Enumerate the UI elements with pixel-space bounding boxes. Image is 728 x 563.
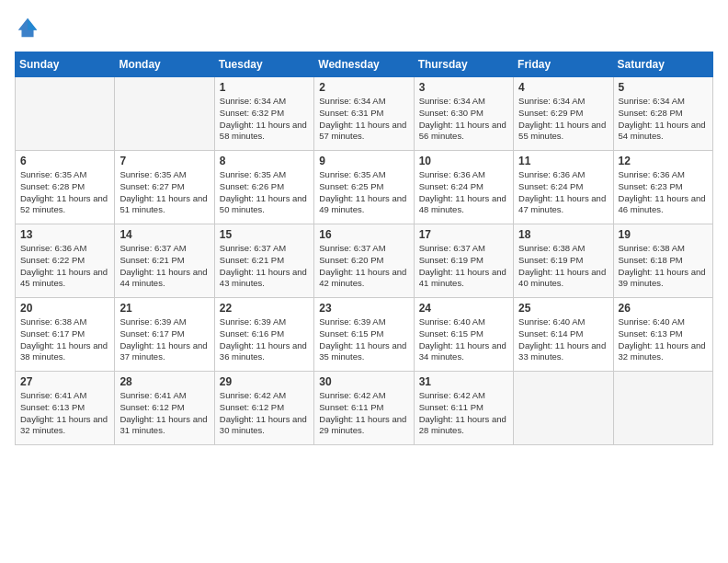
calendar-cell: 5Sunrise: 6:34 AMSunset: 6:28 PMDaylight… <box>613 77 712 151</box>
calendar-cell: 11Sunrise: 6:36 AMSunset: 6:24 PMDayligh… <box>514 151 613 224</box>
cell-detail: Sunrise: 6:38 AMSunset: 6:18 PMDaylight:… <box>619 243 708 290</box>
day-number: 15 <box>220 228 309 241</box>
calendar-cell: 29Sunrise: 6:42 AMSunset: 6:12 PMDayligh… <box>214 372 313 445</box>
calendar-cell: 27Sunrise: 6:41 AMSunset: 6:13 PMDayligh… <box>16 372 115 445</box>
calendar-cell <box>115 77 214 151</box>
cell-detail: Sunrise: 6:41 AMSunset: 6:12 PMDaylight:… <box>119 390 209 437</box>
cell-detail: Sunrise: 6:40 AMSunset: 6:14 PMDaylight:… <box>518 316 608 363</box>
day-number: 27 <box>20 375 109 388</box>
cell-detail: Sunrise: 6:34 AMSunset: 6:28 PMDaylight:… <box>619 96 708 143</box>
day-header-monday: Monday <box>115 52 214 77</box>
calendar-cell: 9Sunrise: 6:35 AMSunset: 6:25 PMDaylight… <box>314 151 414 224</box>
cell-detail: Sunrise: 6:42 AMSunset: 6:11 PMDaylight:… <box>419 390 508 437</box>
day-number: 5 <box>619 81 708 94</box>
day-number: 14 <box>119 228 209 241</box>
day-number: 6 <box>20 155 109 167</box>
cell-detail: Sunrise: 6:37 AMSunset: 6:21 PMDaylight:… <box>220 243 309 290</box>
calendar-cell: 23Sunrise: 6:39 AMSunset: 6:15 PMDayligh… <box>314 298 414 372</box>
calendar-week-5: 27Sunrise: 6:41 AMSunset: 6:13 PMDayligh… <box>16 372 713 445</box>
calendar-cell: 26Sunrise: 6:40 AMSunset: 6:13 PMDayligh… <box>613 298 712 372</box>
cell-detail: Sunrise: 6:39 AMSunset: 6:17 PMDaylight:… <box>119 316 209 363</box>
cell-detail: Sunrise: 6:40 AMSunset: 6:13 PMDaylight:… <box>619 316 708 363</box>
calendar-cell: 15Sunrise: 6:37 AMSunset: 6:21 PMDayligh… <box>214 224 313 298</box>
cell-detail: Sunrise: 6:37 AMSunset: 6:19 PMDaylight:… <box>419 243 508 290</box>
cell-detail: Sunrise: 6:42 AMSunset: 6:12 PMDaylight:… <box>220 390 309 437</box>
day-number: 28 <box>119 375 209 388</box>
cell-detail: Sunrise: 6:40 AMSunset: 6:15 PMDaylight:… <box>419 316 508 363</box>
cell-detail: Sunrise: 6:34 AMSunset: 6:30 PMDaylight:… <box>419 96 508 143</box>
calendar-week-1: 1Sunrise: 6:34 AMSunset: 6:32 PMDaylight… <box>16 77 713 151</box>
day-number: 22 <box>220 302 309 315</box>
logo <box>15 15 44 40</box>
calendar-week-3: 13Sunrise: 6:36 AMSunset: 6:22 PMDayligh… <box>16 224 713 298</box>
day-header-tuesday: Tuesday <box>214 52 313 77</box>
calendar-cell: 17Sunrise: 6:37 AMSunset: 6:19 PMDayligh… <box>414 224 513 298</box>
calendar-cell: 30Sunrise: 6:42 AMSunset: 6:11 PMDayligh… <box>314 372 414 445</box>
cell-detail: Sunrise: 6:34 AMSunset: 6:29 PMDaylight:… <box>518 96 608 143</box>
calendar-cell: 25Sunrise: 6:40 AMSunset: 6:14 PMDayligh… <box>514 298 613 372</box>
calendar-cell: 16Sunrise: 6:37 AMSunset: 6:20 PMDayligh… <box>314 224 414 298</box>
day-header-friday: Friday <box>514 52 613 77</box>
calendar-cell: 12Sunrise: 6:36 AMSunset: 6:23 PMDayligh… <box>613 151 712 224</box>
calendar-cell: 24Sunrise: 6:40 AMSunset: 6:15 PMDayligh… <box>414 298 513 372</box>
cell-detail: Sunrise: 6:35 AMSunset: 6:28 PMDaylight:… <box>20 169 109 216</box>
calendar-cell <box>16 77 115 151</box>
cell-detail: Sunrise: 6:37 AMSunset: 6:21 PMDaylight:… <box>119 243 209 290</box>
day-number: 29 <box>220 375 309 388</box>
calendar-cell: 19Sunrise: 6:38 AMSunset: 6:18 PMDayligh… <box>613 224 712 298</box>
calendar-cell: 14Sunrise: 6:37 AMSunset: 6:21 PMDayligh… <box>115 224 214 298</box>
day-number: 2 <box>319 81 408 94</box>
day-number: 24 <box>419 302 508 315</box>
cell-detail: Sunrise: 6:36 AMSunset: 6:22 PMDaylight:… <box>20 243 109 290</box>
cell-detail: Sunrise: 6:39 AMSunset: 6:16 PMDaylight:… <box>220 316 309 363</box>
cell-detail: Sunrise: 6:36 AMSunset: 6:24 PMDaylight:… <box>419 169 508 216</box>
cell-detail: Sunrise: 6:38 AMSunset: 6:19 PMDaylight:… <box>518 243 608 290</box>
day-number: 16 <box>319 228 408 241</box>
day-header-wednesday: Wednesday <box>314 52 414 77</box>
day-number: 17 <box>419 228 508 241</box>
page-header <box>15 15 713 40</box>
day-number: 4 <box>518 81 608 94</box>
calendar-cell: 22Sunrise: 6:39 AMSunset: 6:16 PMDayligh… <box>214 298 313 372</box>
day-number: 18 <box>518 228 608 241</box>
calendar-cell: 1Sunrise: 6:34 AMSunset: 6:32 PMDaylight… <box>214 77 313 151</box>
calendar-cell <box>613 372 712 445</box>
calendar-cell: 20Sunrise: 6:38 AMSunset: 6:17 PMDayligh… <box>16 298 115 372</box>
calendar-cell: 28Sunrise: 6:41 AMSunset: 6:12 PMDayligh… <box>115 372 214 445</box>
calendar-cell: 18Sunrise: 6:38 AMSunset: 6:19 PMDayligh… <box>514 224 613 298</box>
day-header-thursday: Thursday <box>414 52 513 77</box>
day-number: 12 <box>619 155 708 167</box>
calendar-cell: 3Sunrise: 6:34 AMSunset: 6:30 PMDaylight… <box>414 77 513 151</box>
day-number: 30 <box>319 375 408 388</box>
logo-icon <box>15 15 40 40</box>
day-number: 21 <box>119 302 209 315</box>
calendar-cell: 7Sunrise: 6:35 AMSunset: 6:27 PMDaylight… <box>115 151 214 224</box>
day-number: 8 <box>220 155 309 167</box>
day-number: 31 <box>419 375 508 388</box>
cell-detail: Sunrise: 6:35 AMSunset: 6:26 PMDaylight:… <box>220 169 309 216</box>
day-number: 7 <box>119 155 209 167</box>
day-number: 25 <box>518 302 608 315</box>
calendar-week-2: 6Sunrise: 6:35 AMSunset: 6:28 PMDaylight… <box>16 151 713 224</box>
calendar-week-4: 20Sunrise: 6:38 AMSunset: 6:17 PMDayligh… <box>16 298 713 372</box>
calendar-cell <box>514 372 613 445</box>
day-number: 13 <box>20 228 109 241</box>
day-number: 9 <box>319 155 408 167</box>
calendar-table: SundayMondayTuesdayWednesdayThursdayFrid… <box>15 52 713 445</box>
cell-detail: Sunrise: 6:39 AMSunset: 6:15 PMDaylight:… <box>319 316 408 363</box>
calendar-cell: 8Sunrise: 6:35 AMSunset: 6:26 PMDaylight… <box>214 151 313 224</box>
day-number: 19 <box>619 228 708 241</box>
calendar-cell: 6Sunrise: 6:35 AMSunset: 6:28 PMDaylight… <box>16 151 115 224</box>
cell-detail: Sunrise: 6:41 AMSunset: 6:13 PMDaylight:… <box>20 390 109 437</box>
cell-detail: Sunrise: 6:35 AMSunset: 6:25 PMDaylight:… <box>319 169 408 216</box>
cell-detail: Sunrise: 6:38 AMSunset: 6:17 PMDaylight:… <box>20 316 109 363</box>
cell-detail: Sunrise: 6:34 AMSunset: 6:31 PMDaylight:… <box>319 96 408 143</box>
cell-detail: Sunrise: 6:42 AMSunset: 6:11 PMDaylight:… <box>319 390 408 437</box>
calendar-cell: 4Sunrise: 6:34 AMSunset: 6:29 PMDaylight… <box>514 77 613 151</box>
calendar-cell: 2Sunrise: 6:34 AMSunset: 6:31 PMDaylight… <box>314 77 414 151</box>
day-number: 11 <box>518 155 608 167</box>
day-header-saturday: Saturday <box>613 52 712 77</box>
day-number: 3 <box>419 81 508 94</box>
day-number: 20 <box>20 302 109 315</box>
day-number: 23 <box>319 302 408 315</box>
